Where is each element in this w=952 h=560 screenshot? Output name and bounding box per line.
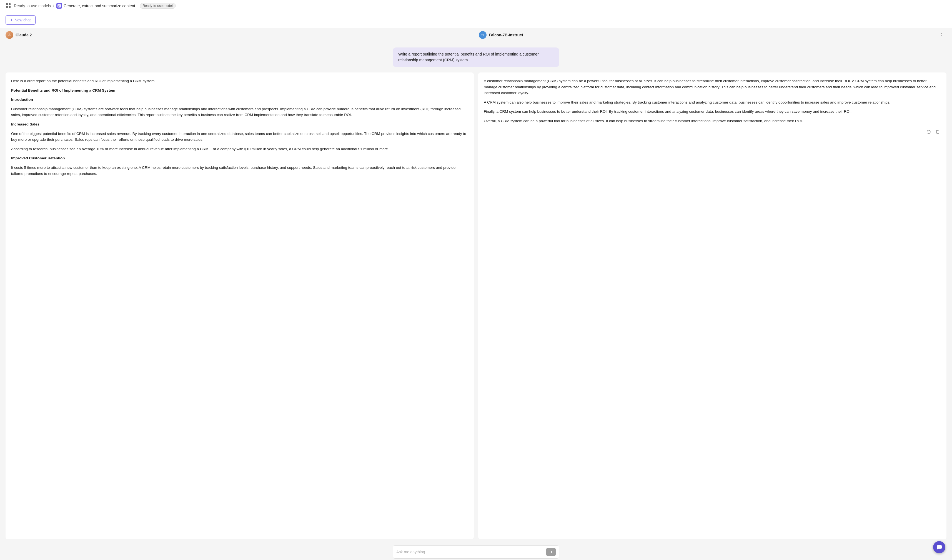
svg-rect-3 bbox=[9, 6, 11, 8]
claude-para-4: Increased Sales bbox=[11, 121, 468, 127]
falcon-response-actions bbox=[484, 128, 941, 136]
user-message-bubble: Write a report outlining the potential b… bbox=[393, 48, 559, 67]
responses-row: Here is a draft report on the potential … bbox=[0, 70, 952, 542]
claude-response-card: Here is a draft report on the potential … bbox=[6, 73, 474, 539]
floating-chat-button[interactable] bbox=[933, 541, 945, 553]
claude-para-6: According to research, businesses see an… bbox=[11, 146, 468, 152]
falcon-model-header: TII Falcon-7B-Instruct ⋮ bbox=[473, 31, 946, 39]
input-wrapper bbox=[393, 545, 559, 558]
current-page-breadcrumb: Generate, extract and summarize content bbox=[56, 3, 135, 9]
svg-rect-0 bbox=[6, 3, 8, 5]
svg-rect-1 bbox=[9, 3, 11, 5]
svg-rect-2 bbox=[6, 6, 8, 8]
claude-model-header: A Claude 2 bbox=[6, 31, 473, 39]
claude-para-8: It costs 5 times more to attract a new c… bbox=[11, 165, 468, 177]
plus-icon: + bbox=[10, 17, 13, 23]
claude-para-3: Customer relationship management (CRM) s… bbox=[11, 106, 468, 118]
ready-to-use-models-icon bbox=[6, 3, 12, 9]
input-area bbox=[0, 542, 952, 560]
falcon-avatar: TII bbox=[479, 31, 487, 39]
falcon-para-2: Finally, a CRM system can help businesse… bbox=[484, 108, 941, 115]
user-message-row: Write a report outlining the potential b… bbox=[0, 42, 952, 70]
breadcrumb-separator: / bbox=[53, 4, 54, 8]
svg-rect-5 bbox=[937, 131, 939, 134]
parent-page-label: Ready-to-use models bbox=[14, 4, 51, 8]
falcon-model-name: Falcon-7B-Instruct bbox=[489, 33, 523, 37]
new-chat-label: New chat bbox=[14, 18, 31, 22]
regenerate-button[interactable] bbox=[925, 128, 932, 136]
falcon-para-0: A customer relationship management (CRM)… bbox=[484, 78, 941, 96]
user-message-text: Write a report outlining the potential b… bbox=[398, 52, 539, 62]
falcon-response-card: A customer relationship management (CRM)… bbox=[478, 73, 946, 539]
new-chat-button[interactable]: + New chat bbox=[6, 15, 36, 25]
send-button[interactable] bbox=[546, 548, 556, 556]
more-options-icon[interactable]: ⋮ bbox=[937, 31, 946, 39]
claude-para-7: Improved Customer Retention bbox=[11, 155, 468, 161]
current-page-title: Generate, extract and summarize content bbox=[63, 4, 135, 8]
claude-para-2: Introduction bbox=[11, 97, 468, 103]
claude-avatar: A bbox=[6, 31, 13, 39]
claude-model-name: Claude 2 bbox=[15, 33, 32, 37]
model-badge: Ready-to-use model bbox=[140, 3, 176, 9]
breadcrumb-header: Ready-to-use models / Generate, extract … bbox=[0, 0, 952, 12]
copy-button[interactable] bbox=[934, 128, 941, 136]
claude-para-0: Here is a draft report on the potential … bbox=[11, 78, 468, 84]
claude-para-1: Potential Benefits and ROI of Implementi… bbox=[11, 88, 468, 94]
falcon-para-1: A CRM system can also help businesses to… bbox=[484, 99, 941, 105]
claude-para-5: One of the biggest potential benefits of… bbox=[11, 131, 468, 143]
current-page-icon bbox=[56, 3, 62, 9]
chat-area: Write a report outlining the potential b… bbox=[0, 42, 952, 560]
chat-input[interactable] bbox=[396, 550, 544, 554]
falcon-para-3: Overall, a CRM system can be a powerful … bbox=[484, 118, 941, 124]
toolbar: + New chat bbox=[0, 12, 952, 28]
models-header-row: A Claude 2 TII Falcon-7B-Instruct ⋮ bbox=[0, 28, 952, 42]
